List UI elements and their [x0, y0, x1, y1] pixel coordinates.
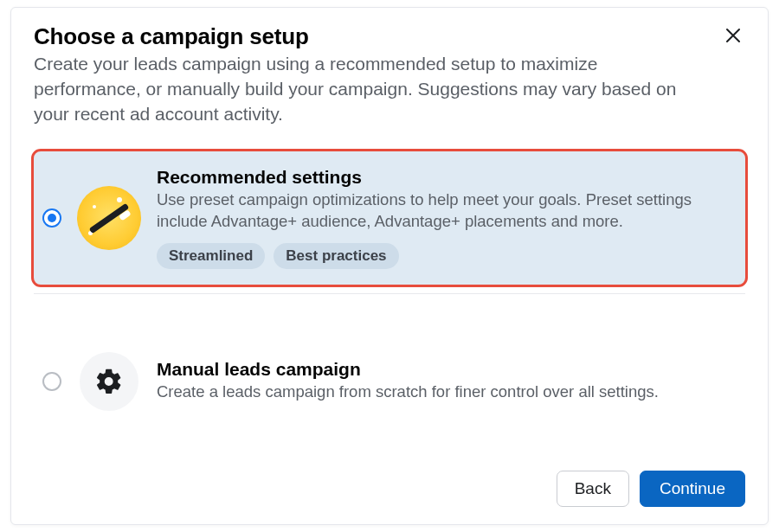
modal-subtitle: Create your leads campaign using a recom…	[34, 52, 709, 127]
option-recommended-desc: Use preset campaign optimizations to hel…	[157, 189, 730, 233]
divider	[34, 293, 745, 294]
continue-button[interactable]: Continue	[640, 471, 745, 507]
option-manual-title: Manual leads campaign	[157, 359, 730, 380]
option-recommended-tags: Streamlined Best practices	[157, 243, 730, 269]
close-button[interactable]	[721, 23, 745, 51]
option-recommended-title: Recommended settings	[157, 167, 730, 188]
close-icon	[724, 25, 742, 48]
tag-best-practices: Best practices	[274, 243, 398, 269]
radio-manual[interactable]	[42, 372, 61, 391]
option-recommended-body: Recommended settings Use preset campaign…	[157, 167, 730, 269]
back-button[interactable]: Back	[557, 471, 629, 507]
tag-streamlined: Streamlined	[157, 243, 265, 269]
modal-footer: Back Continue	[34, 455, 745, 507]
campaign-setup-modal: Choose a campaign setup Create your lead…	[10, 7, 769, 525]
option-manual[interactable]: Manual leads campaign Create a leads cam…	[34, 334, 745, 429]
options-group: Recommended settings Use preset campaign…	[34, 151, 745, 429]
header-text: Choose a campaign setup Create your lead…	[34, 23, 709, 127]
modal-header: Choose a campaign setup Create your lead…	[34, 23, 745, 127]
radio-recommended[interactable]	[42, 208, 61, 228]
modal-title: Choose a campaign setup	[34, 23, 709, 50]
option-manual-desc: Create a leads campaign from scratch for…	[157, 381, 730, 403]
option-manual-body: Manual leads campaign Create a leads cam…	[157, 359, 730, 403]
magic-wand-icon	[77, 186, 141, 250]
gear-icon	[77, 349, 141, 413]
option-recommended[interactable]: Recommended settings Use preset campaign…	[34, 151, 745, 285]
